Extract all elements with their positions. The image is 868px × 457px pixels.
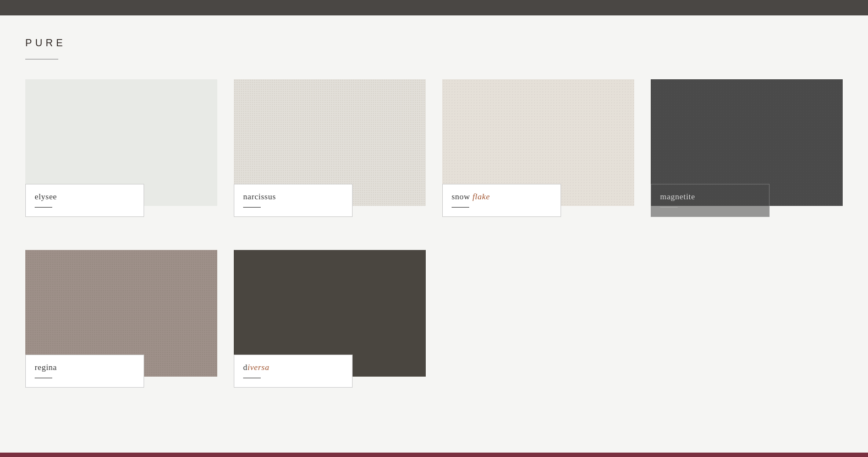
color-name-regina: regina bbox=[35, 363, 135, 372]
color-card-magnetite[interactable]: magnetite bbox=[651, 79, 843, 206]
color-name-elysee: elysee bbox=[35, 192, 135, 202]
title-underline bbox=[25, 59, 58, 59]
color-underline-magnetite bbox=[660, 207, 678, 208]
label-box-diversa: diversa bbox=[234, 355, 353, 388]
bottom-bar bbox=[0, 453, 868, 457]
color-name-magnetite: magnetite bbox=[660, 192, 760, 202]
color-name-snowflake: snow flake bbox=[452, 192, 552, 202]
top-bar bbox=[0, 0, 868, 15]
label-box-elysee: elysee bbox=[25, 184, 144, 217]
color-underline-diversa bbox=[243, 378, 261, 379]
color-card-snowflake[interactable]: snow flake bbox=[442, 79, 634, 206]
color-grid-row2: regina diversa bbox=[25, 250, 843, 377]
color-underline-regina bbox=[35, 378, 52, 379]
label-box-snowflake: snow flake bbox=[442, 184, 561, 217]
color-card-narcissus[interactable]: narcissus bbox=[234, 79, 426, 206]
color-grid-row1: elysee narcissus snow flake bbox=[25, 79, 843, 206]
color-card-regina[interactable]: regina bbox=[25, 250, 217, 377]
color-card-elysee[interactable]: elysee bbox=[25, 79, 217, 206]
label-box-regina: regina bbox=[25, 355, 144, 388]
label-box-magnetite: magnetite bbox=[651, 184, 770, 217]
color-card-diversa[interactable]: diversa bbox=[234, 250, 426, 377]
empty-col-4 bbox=[651, 250, 843, 377]
empty-col-3 bbox=[442, 250, 634, 377]
color-underline-snowflake bbox=[452, 207, 469, 208]
page-title: PURE bbox=[25, 37, 843, 49]
color-name-diversa: diversa bbox=[243, 363, 343, 372]
label-box-narcissus: narcissus bbox=[234, 184, 353, 217]
color-underline-elysee bbox=[35, 207, 52, 208]
color-underline-narcissus bbox=[243, 207, 261, 208]
color-name-narcissus: narcissus bbox=[243, 192, 343, 202]
